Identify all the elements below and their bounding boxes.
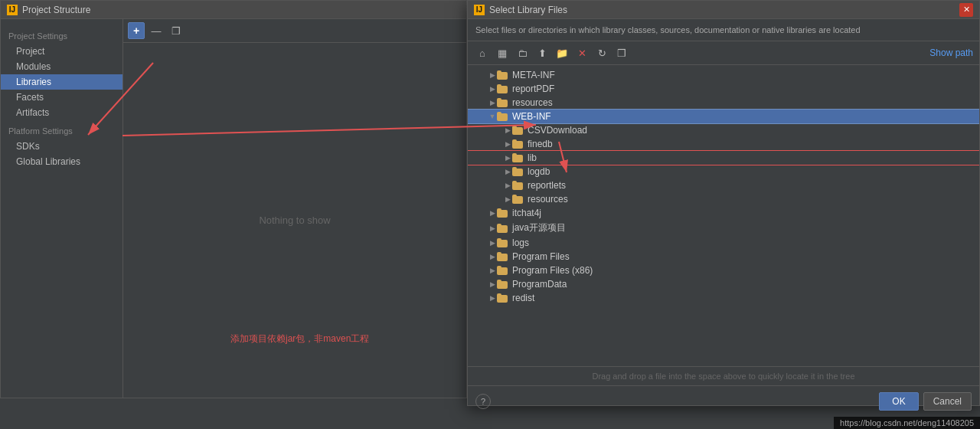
sidebar-item-sdks[interactable]: SDKs [1,139,122,154]
tree-item-resources-sub[interactable]: ▶ resources [468,192,979,206]
refresh-button[interactable]: ↻ [593,44,610,61]
tree-item-reportpdf[interactable]: ▶ reportPDF [468,82,979,96]
dialog-title: Select Library Files [489,5,567,15]
tree-label-lib: lib [528,152,537,163]
tree-label-logdb: logdb [528,166,550,177]
collapse-button[interactable]: ❒ [613,44,630,61]
tree-arrow-reportlets: ▶ [503,182,512,189]
folder-icon-finedb [512,139,524,149]
tree-arrow-finedb: ▶ [503,140,512,148]
project-structure-title: Project Structure [22,5,90,15]
tree-item-programdata[interactable]: ▶ ProgramData [468,277,979,291]
remove-library-button[interactable]: — [148,22,165,39]
folder-icon-meta-inf [497,70,509,80]
tree-label-csvdownload: CSVDownload [528,125,587,136]
tree-label-reportpdf: reportPDF [512,84,554,94]
folder-icon-itchat4j [497,208,509,218]
tree-arrow-logs: ▶ [488,239,497,247]
dialog-titlebar: IJ Select Library Files ✕ [468,1,979,19]
tree-item-java-open-source[interactable]: ▶ java开源项目 [468,220,979,236]
tree-item-reportlets[interactable]: ▶ reportlets [468,178,979,192]
select-library-dialog: IJ Select Library Files ✕ Select files o… [467,0,980,406]
up-button[interactable]: ⬆ [534,44,550,61]
dialog-tree[interactable]: ▶ META-INF ▶ reportPDF ▶ resources ▼ [468,65,979,366]
tree-item-web-inf[interactable]: ▼ WEB-INF [468,110,979,123]
folder-icon-logdb [512,167,524,176]
show-path-link[interactable]: Show path [929,47,973,58]
tree-arrow-itchat4j: ▶ [488,209,497,217]
ok-button[interactable]: OK [879,392,918,411]
tree-item-meta-inf[interactable]: ▶ META-INF [468,68,979,82]
folder-icon-program-files-x86 [497,266,509,275]
sidebar-item-project[interactable]: Project [1,44,122,59]
folder-icon-redist [497,293,509,303]
dialog-footer: ? OK Cancel [468,385,979,417]
tree-item-redist[interactable]: ▶ redist [468,291,979,305]
tree-label-resources-top: resources [512,97,553,108]
tree-arrow-meta-inf: ▶ [488,71,497,79]
dialog-title-icon: IJ [474,5,485,15]
tree-label-programdata: ProgramData [512,279,567,290]
folder-icon-resources-sub [512,195,524,204]
tree-arrow-reportpdf: ▶ [488,85,497,93]
project-structure-content: Project Settings Project Modules Librari… [1,19,466,398]
folder-button[interactable]: 🗀 [514,44,531,61]
tree-arrow-csvdownload: ▶ [503,126,512,134]
tree-item-csvdownload[interactable]: ▶ CSVDownload [468,123,979,137]
tree-arrow-programdata: ▶ [488,280,497,288]
ps-main: + — ❐ Nothing to show 添加项目依赖jar包，非maven工… [123,19,466,398]
tree-label-redist: redist [512,293,534,303]
tree-arrow-java-open-source: ▶ [488,224,497,232]
home-button[interactable]: ⌂ [474,44,491,61]
folder-icon-reportpdf [497,84,509,93]
dialog-toolbar-left: ⌂ ▦ 🗀 ⬆ 📁 ✕ ↻ ❒ [474,44,630,61]
folder-icon-resources-top [497,98,509,107]
tree-label-program-files: Program Files [512,251,570,262]
sidebar-item-libraries[interactable]: Libraries [1,74,122,90]
tree-item-resources-top[interactable]: ▶ resources [468,96,979,110]
folder-icon-csvdownload [512,126,524,135]
dialog-close-button[interactable]: ✕ [959,3,973,17]
tree-item-logdb[interactable]: ▶ logdb [468,165,979,178]
sidebar-item-modules[interactable]: Modules [1,59,122,74]
sidebar-item-facets[interactable]: Facets [1,90,122,105]
tree-item-finedb[interactable]: ▶ finedb [468,137,979,151]
copy-library-button[interactable]: ❐ [168,22,185,39]
dialog-body: ▶ META-INF ▶ reportPDF ▶ resources ▼ [468,65,979,385]
tree-label-web-inf: WEB-INF [512,111,551,122]
help-button[interactable]: ? [475,394,491,409]
tree-label-reportlets: reportlets [528,180,566,191]
dialog-action-buttons: OK Cancel [879,392,972,411]
folder-icon-programdata [497,280,509,289]
tree-label-meta-inf: META-INF [512,70,555,80]
tree-item-program-files[interactable]: ▶ Program Files [468,250,979,264]
tree-arrow-program-files: ▶ [488,253,497,260]
url-footer: https://blog.csdn.net/deng11408205 [834,417,980,429]
sidebar-item-artifacts[interactable]: Artifacts [1,105,122,120]
project-structure-titlebar: IJ Project Structure [1,1,466,19]
platform-settings-label: Platform Settings [1,123,122,139]
delete-button[interactable]: ✕ [573,44,590,61]
new-folder-button[interactable]: 📁 [554,44,570,61]
project-settings-label: Project Settings [1,28,122,44]
drag-drop-hint: Drag and drop a file into the space abov… [468,366,979,385]
folder-icon-program-files [497,252,509,261]
tree-arrow-lib: ▶ [503,154,512,162]
tree-arrow-web-inf: ▼ [488,113,497,120]
tree-item-lib[interactable]: ▶ lib [468,151,979,165]
tree-label-logs: logs [512,237,529,248]
desktop-button[interactable]: ▦ [494,44,511,61]
sidebar-item-global-libraries[interactable]: Global Libraries [1,154,122,169]
tree-item-program-files-x86[interactable]: ▶ Program Files (x86) [468,264,979,277]
project-structure-title-icon: IJ [7,5,18,15]
add-library-button[interactable]: + [128,22,145,39]
cancel-button[interactable]: Cancel [923,392,972,411]
folder-icon-lib [512,153,524,162]
tree-arrow-resources-top: ▶ [488,99,497,106]
tree-label-resources-sub: resources [528,194,568,205]
tree-item-logs[interactable]: ▶ logs [468,236,979,250]
tree-arrow-logdb: ▶ [503,168,512,175]
tree-arrow-resources-sub: ▶ [503,195,512,203]
tree-item-itchat4j[interactable]: ▶ itchat4j [468,206,979,220]
annotation-text: 添加项目依赖jar包，非maven工程 [223,326,377,352]
